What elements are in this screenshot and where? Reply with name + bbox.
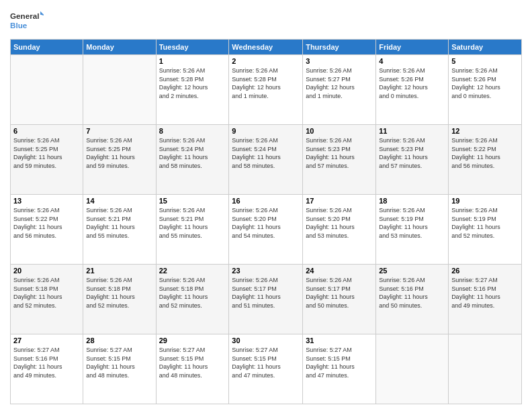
day-number: 29 bbox=[159, 336, 226, 345]
day-info: Sunrise: 5:26 AMSunset: 5:23 PMDaylight:… bbox=[379, 136, 445, 170]
day-info: Sunrise: 5:27 AMSunset: 5:16 PMDaylight:… bbox=[451, 276, 519, 310]
col-header-saturday: Saturday bbox=[449, 40, 522, 55]
day-number: 28 bbox=[86, 336, 152, 345]
day-cell: 10Sunrise: 5:26 AMSunset: 5:23 PMDayligh… bbox=[303, 125, 376, 195]
day-info: Sunrise: 5:27 AMSunset: 5:15 PMDaylight:… bbox=[232, 346, 300, 379]
logo-svg: General Blue bbox=[10, 7, 44, 34]
day-cell: 17Sunrise: 5:26 AMSunset: 5:20 PMDayligh… bbox=[303, 195, 376, 265]
day-cell bbox=[376, 334, 449, 404]
svg-text:General: General bbox=[10, 11, 39, 20]
day-info: Sunrise: 5:27 AMSunset: 5:15 PMDaylight:… bbox=[159, 346, 226, 379]
svg-text:Blue: Blue bbox=[10, 21, 28, 30]
day-cell: 22Sunrise: 5:26 AMSunset: 5:18 PMDayligh… bbox=[156, 265, 229, 334]
day-cell: 20Sunrise: 5:26 AMSunset: 5:18 PMDayligh… bbox=[11, 265, 83, 334]
week-row-2: 6Sunrise: 5:26 AMSunset: 5:25 PMDaylight… bbox=[11, 125, 522, 195]
day-cell: 1Sunrise: 5:26 AMSunset: 5:28 PMDaylight… bbox=[156, 55, 229, 125]
svg-marker-2 bbox=[40, 11, 44, 16]
day-cell: 15Sunrise: 5:26 AMSunset: 5:21 PMDayligh… bbox=[156, 195, 229, 265]
day-number: 18 bbox=[379, 197, 445, 205]
day-number: 6 bbox=[13, 127, 80, 135]
day-info: Sunrise: 5:27 AMSunset: 5:15 PMDaylight:… bbox=[86, 346, 152, 379]
day-cell: 27Sunrise: 5:27 AMSunset: 5:16 PMDayligh… bbox=[11, 334, 83, 404]
day-number: 4 bbox=[379, 57, 445, 65]
day-cell: 2Sunrise: 5:26 AMSunset: 5:28 PMDaylight… bbox=[229, 55, 303, 125]
day-info: Sunrise: 5:26 AMSunset: 5:25 PMDaylight:… bbox=[13, 136, 80, 170]
day-cell: 29Sunrise: 5:27 AMSunset: 5:15 PMDayligh… bbox=[156, 334, 229, 404]
day-number: 31 bbox=[306, 336, 373, 345]
day-number: 3 bbox=[306, 57, 373, 65]
day-number: 25 bbox=[379, 267, 445, 275]
day-cell: 3Sunrise: 5:26 AMSunset: 5:27 PMDaylight… bbox=[303, 55, 376, 125]
week-row-5: 27Sunrise: 5:27 AMSunset: 5:16 PMDayligh… bbox=[11, 334, 522, 404]
day-number: 15 bbox=[159, 197, 226, 205]
day-cell: 5Sunrise: 5:26 AMSunset: 5:26 PMDaylight… bbox=[449, 55, 522, 125]
day-cell: 28Sunrise: 5:27 AMSunset: 5:15 PMDayligh… bbox=[83, 334, 156, 404]
day-number: 9 bbox=[232, 127, 300, 135]
day-cell: 30Sunrise: 5:27 AMSunset: 5:15 PMDayligh… bbox=[229, 334, 303, 404]
day-info: Sunrise: 5:26 AMSunset: 5:17 PMDaylight:… bbox=[306, 276, 373, 310]
day-cell bbox=[449, 334, 522, 404]
day-info: Sunrise: 5:26 AMSunset: 5:27 PMDaylight:… bbox=[306, 66, 373, 100]
day-cell: 4Sunrise: 5:26 AMSunset: 5:26 PMDaylight… bbox=[376, 55, 449, 125]
day-cell: 26Sunrise: 5:27 AMSunset: 5:16 PMDayligh… bbox=[449, 265, 522, 334]
page: General Blue SundayMondayTuesdayWednesda… bbox=[0, 0, 532, 411]
col-header-thursday: Thursday bbox=[303, 40, 376, 55]
day-info: Sunrise: 5:26 AMSunset: 5:21 PMDaylight:… bbox=[159, 206, 226, 240]
day-cell: 13Sunrise: 5:26 AMSunset: 5:22 PMDayligh… bbox=[11, 195, 83, 265]
day-cell: 21Sunrise: 5:26 AMSunset: 5:18 PMDayligh… bbox=[83, 265, 156, 334]
day-info: Sunrise: 5:26 AMSunset: 5:28 PMDaylight:… bbox=[232, 66, 300, 100]
day-cell: 11Sunrise: 5:26 AMSunset: 5:23 PMDayligh… bbox=[376, 125, 449, 195]
day-cell: 19Sunrise: 5:26 AMSunset: 5:19 PMDayligh… bbox=[449, 195, 522, 265]
logo: General Blue bbox=[10, 7, 44, 34]
day-info: Sunrise: 5:26 AMSunset: 5:24 PMDaylight:… bbox=[159, 136, 226, 170]
col-header-wednesday: Wednesday bbox=[229, 40, 303, 55]
day-info: Sunrise: 5:26 AMSunset: 5:22 PMDaylight:… bbox=[451, 136, 519, 170]
day-number: 27 bbox=[13, 336, 80, 345]
day-info: Sunrise: 5:26 AMSunset: 5:16 PMDaylight:… bbox=[379, 276, 445, 310]
day-number: 13 bbox=[13, 197, 80, 205]
day-cell: 12Sunrise: 5:26 AMSunset: 5:22 PMDayligh… bbox=[449, 125, 522, 195]
day-number: 5 bbox=[451, 57, 519, 65]
col-header-monday: Monday bbox=[83, 40, 156, 55]
day-number: 11 bbox=[379, 127, 445, 135]
header-row: SundayMondayTuesdayWednesdayThursdayFrid… bbox=[11, 40, 522, 55]
day-info: Sunrise: 5:26 AMSunset: 5:18 PMDaylight:… bbox=[86, 276, 152, 310]
day-info: Sunrise: 5:26 AMSunset: 5:23 PMDaylight:… bbox=[306, 136, 373, 170]
calendar-table: SundayMondayTuesdayWednesdayThursdayFrid… bbox=[10, 39, 522, 404]
day-info: Sunrise: 5:26 AMSunset: 5:25 PMDaylight:… bbox=[86, 136, 152, 170]
day-number: 14 bbox=[86, 197, 152, 205]
day-cell bbox=[83, 55, 156, 125]
day-cell bbox=[11, 55, 83, 125]
day-number: 30 bbox=[232, 336, 300, 345]
day-info: Sunrise: 5:26 AMSunset: 5:18 PMDaylight:… bbox=[159, 276, 226, 310]
col-header-friday: Friday bbox=[376, 40, 449, 55]
day-info: Sunrise: 5:26 AMSunset: 5:19 PMDaylight:… bbox=[379, 206, 445, 240]
day-info: Sunrise: 5:26 AMSunset: 5:19 PMDaylight:… bbox=[451, 206, 519, 240]
day-cell: 25Sunrise: 5:26 AMSunset: 5:16 PMDayligh… bbox=[376, 265, 449, 334]
col-header-tuesday: Tuesday bbox=[156, 40, 229, 55]
day-info: Sunrise: 5:27 AMSunset: 5:16 PMDaylight:… bbox=[13, 346, 80, 379]
day-info: Sunrise: 5:26 AMSunset: 5:20 PMDaylight:… bbox=[306, 206, 373, 240]
day-cell: 23Sunrise: 5:26 AMSunset: 5:17 PMDayligh… bbox=[229, 265, 303, 334]
col-header-sunday: Sunday bbox=[11, 40, 83, 55]
day-cell: 8Sunrise: 5:26 AMSunset: 5:24 PMDaylight… bbox=[156, 125, 229, 195]
day-info: Sunrise: 5:26 AMSunset: 5:28 PMDaylight:… bbox=[159, 66, 226, 100]
day-cell: 24Sunrise: 5:26 AMSunset: 5:17 PMDayligh… bbox=[303, 265, 376, 334]
day-info: Sunrise: 5:26 AMSunset: 5:20 PMDaylight:… bbox=[232, 206, 300, 240]
day-cell: 14Sunrise: 5:26 AMSunset: 5:21 PMDayligh… bbox=[83, 195, 156, 265]
day-cell: 9Sunrise: 5:26 AMSunset: 5:24 PMDaylight… bbox=[229, 125, 303, 195]
day-cell: 18Sunrise: 5:26 AMSunset: 5:19 PMDayligh… bbox=[376, 195, 449, 265]
day-number: 21 bbox=[86, 267, 152, 275]
day-info: Sunrise: 5:27 AMSunset: 5:15 PMDaylight:… bbox=[306, 346, 373, 379]
day-number: 20 bbox=[13, 267, 80, 275]
day-info: Sunrise: 5:26 AMSunset: 5:24 PMDaylight:… bbox=[232, 136, 300, 170]
day-cell: 16Sunrise: 5:26 AMSunset: 5:20 PMDayligh… bbox=[229, 195, 303, 265]
day-number: 22 bbox=[159, 267, 226, 275]
day-number: 2 bbox=[232, 57, 300, 65]
day-cell: 7Sunrise: 5:26 AMSunset: 5:25 PMDaylight… bbox=[83, 125, 156, 195]
day-number: 16 bbox=[232, 197, 300, 205]
day-number: 10 bbox=[306, 127, 373, 135]
day-info: Sunrise: 5:26 AMSunset: 5:21 PMDaylight:… bbox=[86, 206, 152, 240]
day-number: 19 bbox=[451, 197, 519, 205]
day-number: 7 bbox=[86, 127, 152, 135]
